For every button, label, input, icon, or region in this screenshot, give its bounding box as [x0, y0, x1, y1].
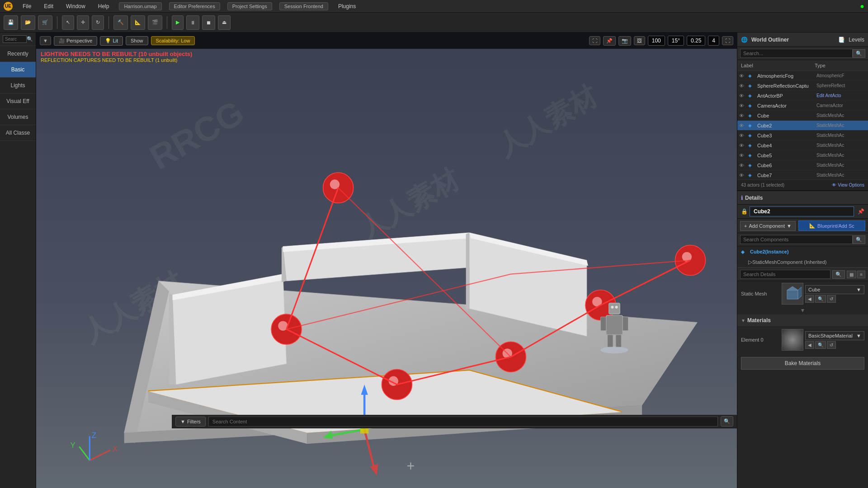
- materials-section-header[interactable]: ▼ Materials: [737, 314, 868, 326]
- eject-btn[interactable]: ⏏: [218, 15, 231, 30]
- matinee-btn[interactable]: 🎬: [148, 15, 162, 30]
- sidebar-item-recently[interactable]: Recently: [0, 46, 36, 62]
- details-name-input[interactable]: [750, 206, 854, 216]
- search-details-btn[interactable]: 🔍: [832, 270, 845, 279]
- visibility-icon[interactable]: 👁: [739, 93, 746, 99]
- visibility-icon[interactable]: 👁: [739, 153, 746, 158]
- rotate-tool[interactable]: ↻: [92, 15, 104, 30]
- tab-project-settings[interactable]: Project Settings: [227, 2, 272, 10]
- sidebar-item-lights[interactable]: Lights: [0, 78, 36, 94]
- mesh-selector[interactable]: Cube ▼: [805, 285, 864, 294]
- filters-btn[interactable]: ▼ Filters: [175, 417, 206, 427]
- material-prev-btn[interactable]: ◀: [805, 341, 814, 349]
- blueprint-add-btn[interactable]: 📐 Blueprint/Add Sc: [798, 221, 865, 231]
- actor-type: SphereReflect: [816, 83, 866, 88]
- actor-type: StaticMeshAc: [816, 173, 866, 178]
- visibility-icon[interactable]: 👁: [739, 143, 746, 148]
- actor-cube2[interactable]: 👁 ◈ Cube2 StaticMeshAc: [737, 121, 868, 131]
- actor-cube[interactable]: 👁 ◈ Cube StaticMeshAc: [737, 111, 868, 121]
- actor-cube7[interactable]: 👁 ◈ Cube7 StaticMeshAc: [737, 170, 868, 179]
- details-grid-view-btn[interactable]: ▦: [847, 271, 856, 278]
- scalability-btn[interactable]: Scalability: Low: [151, 36, 195, 45]
- vp-grid[interactable]: 4: [708, 36, 719, 46]
- screenshot-btn[interactable]: 🖼: [634, 36, 645, 45]
- sidebar-item-volumes[interactable]: Volumes: [0, 109, 36, 125]
- sidebar-item-visual-eff[interactable]: Visual Eff: [0, 94, 36, 109]
- camera-btn[interactable]: 📷: [618, 36, 631, 46]
- sidebar-item-basic[interactable]: Basic: [0, 62, 36, 78]
- actor-cube4[interactable]: 👁 ◈ Cube4 StaticMeshAc: [737, 141, 868, 150]
- tab-map[interactable]: Harrison.umap: [119, 2, 161, 10]
- details-pin-icon[interactable]: 📌: [858, 208, 864, 215]
- place-search-input[interactable]: [3, 35, 27, 43]
- search-details-input[interactable]: [740, 270, 830, 279]
- perspective-btn[interactable]: 🎥 Perspective: [54, 36, 97, 46]
- view-options-btn[interactable]: 👁 View Options: [832, 183, 864, 188]
- col-type-header[interactable]: Type: [815, 63, 864, 68]
- visibility-icon[interactable]: 👁: [739, 163, 746, 168]
- vp-speed[interactable]: 100: [648, 36, 665, 46]
- cube2-instance-component[interactable]: ◈ Cube2(Instance): [737, 246, 868, 257]
- static-mesh-component[interactable]: ▷ StaticMeshComponent (Inherited): [737, 257, 868, 267]
- show-btn[interactable]: Show: [126, 36, 148, 45]
- build-btn[interactable]: 🔨: [113, 15, 128, 30]
- material-clear-btn[interactable]: ↺: [827, 341, 836, 349]
- actor-camera[interactable]: 👁 ◈ CameraActor CameraActor: [737, 101, 868, 111]
- actor-cube5[interactable]: 👁 ◈ Cube5 StaticMeshAc: [737, 150, 868, 160]
- pause-btn[interactable]: ⏸: [186, 15, 199, 30]
- mesh-search-btn[interactable]: 🔍: [815, 295, 826, 303]
- visibility-icon[interactable]: 👁: [739, 113, 746, 118]
- save-button[interactable]: 💾: [4, 15, 18, 30]
- material-search-btn[interactable]: 🔍: [815, 341, 826, 349]
- blueprints-btn[interactable]: 📐: [131, 15, 145, 30]
- visibility-icon[interactable]: 👁: [739, 83, 746, 89]
- actor-ant-actor-bp[interactable]: 👁 ◈ AntActorBP Edit AntActo: [737, 91, 868, 101]
- place-search-icon[interactable]: 🔍: [27, 36, 33, 42]
- add-component-btn[interactable]: + Add Component ▼: [740, 221, 796, 231]
- col-label-header[interactable]: Label: [741, 63, 815, 68]
- play-btn[interactable]: ▶: [172, 15, 184, 30]
- outliner-search-btn[interactable]: 🔍: [853, 49, 865, 58]
- svg-rect-45: [608, 335, 613, 347]
- visibility-icon[interactable]: 👁: [739, 133, 746, 138]
- menu-plugins[interactable]: Plugins: [335, 2, 359, 10]
- viewport-options-btn[interactable]: ▼: [40, 36, 51, 45]
- details-list-view-btn[interactable]: ≡: [857, 271, 865, 278]
- actor-cube3[interactable]: 👁 ◈ Cube3 StaticMeshAc: [737, 131, 868, 141]
- search-content-input[interactable]: [208, 417, 718, 427]
- marketplace-btn[interactable]: 🛒: [38, 15, 52, 30]
- tab-editor-prefs[interactable]: Editor Preferences: [169, 2, 220, 10]
- menu-help[interactable]: Help: [95, 2, 112, 10]
- visibility-icon[interactable]: 👁: [739, 173, 746, 178]
- menu-edit[interactable]: Edit: [41, 2, 56, 10]
- vp-snap[interactable]: 0.25: [687, 36, 705, 46]
- tab-session[interactable]: Session Frontend: [279, 2, 328, 10]
- actor-atmospheric-fog[interactable]: 👁 ◈ AtmosphericFog AtmosphericF: [737, 71, 868, 81]
- menu-file[interactable]: File: [20, 2, 34, 10]
- visibility-icon[interactable]: 👁: [739, 73, 746, 79]
- maximize-btn[interactable]: ⛶: [589, 36, 600, 45]
- mesh-clear-btn[interactable]: ↺: [827, 295, 836, 303]
- stop-btn[interactable]: ⏹: [202, 15, 215, 30]
- menu-window[interactable]: Window: [63, 2, 88, 10]
- select-tool[interactable]: ↖: [62, 15, 74, 30]
- visibility-icon[interactable]: 👁: [739, 123, 746, 128]
- search-content-btn[interactable]: 🔍: [721, 416, 733, 427]
- material-selector[interactable]: BasicShapeMaterial ▼: [805, 331, 864, 340]
- sidebar-item-all-classes[interactable]: All Classe: [0, 125, 36, 141]
- content-browser-btn[interactable]: 📂: [21, 15, 35, 30]
- levels-label[interactable]: Levels: [849, 37, 864, 43]
- actor-sphere-reflection[interactable]: 👁 ◈ SphereReflectionCaptu SphereReflect: [737, 81, 868, 91]
- move-tool[interactable]: ✛: [77, 15, 89, 30]
- vp-fullscreen[interactable]: ⛶: [722, 36, 733, 45]
- angle-btn[interactable]: 15°: [668, 36, 684, 46]
- actor-cube6[interactable]: 👁 ◈ Cube6 StaticMeshAc: [737, 160, 868, 170]
- bake-materials-btn[interactable]: Bake Materials: [741, 357, 864, 370]
- mesh-prev-btn[interactable]: ◀: [805, 295, 814, 303]
- visibility-icon[interactable]: 👁: [739, 103, 746, 108]
- outliner-search-input[interactable]: [740, 49, 853, 58]
- search-components-btn[interactable]: 🔍: [853, 235, 865, 244]
- bookmark-btn[interactable]: 📌: [603, 36, 616, 46]
- lit-btn[interactable]: 💡 Lit: [100, 36, 123, 46]
- search-components-input[interactable]: [740, 235, 853, 244]
